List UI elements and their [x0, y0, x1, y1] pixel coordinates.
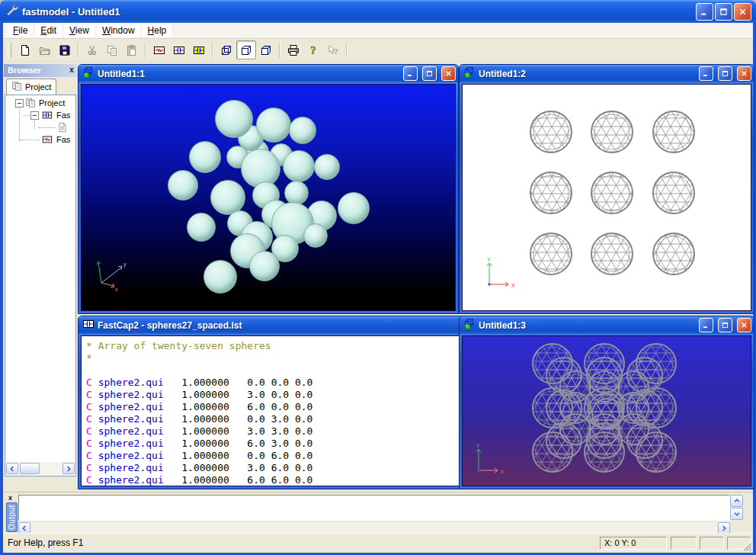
toolbar-button-cut[interactable] [82, 40, 102, 59]
window2-maximize-button[interactable] [718, 66, 732, 81]
sphere [314, 154, 340, 180]
toolbar-separator [78, 43, 79, 58]
sphere [249, 251, 280, 281]
tree-hscrollbar[interactable] [6, 462, 75, 475]
project-tab-icon [11, 81, 22, 93]
tab-project[interactable]: Project [6, 79, 56, 95]
toolbar-button-fastcap-active[interactable] [189, 40, 209, 59]
project-tab-label: Project [25, 82, 51, 91]
window2-minimize-button[interactable] [699, 66, 713, 81]
toolbar-button-help[interactable]: ? [303, 40, 323, 59]
tree-collapse-icon[interactable] [15, 99, 24, 107]
menu-item-help[interactable]: Help [143, 24, 172, 37]
menu-item-window[interactable]: Window [97, 24, 140, 37]
svg-text:x: x [501, 469, 504, 474]
svg-text:x: x [115, 287, 118, 292]
window3-title-bar[interactable]: Untitled1:3 [460, 316, 754, 334]
status-bar: For Help, press F1 X: 0 Y: 0 [3, 533, 753, 553]
scrollbar-thumb[interactable] [20, 463, 40, 474]
sphere [256, 107, 291, 143]
output-hscrollbar[interactable] [18, 522, 730, 534]
output-content[interactable] [18, 495, 730, 521]
toolbar-button-paste[interactable] [122, 40, 142, 59]
toolbar-button-fastcap[interactable] [169, 40, 189, 59]
scroll-right-icon[interactable] [718, 522, 730, 534]
toolbar-button-cube-solid[interactable] [236, 40, 256, 59]
tree-item-fas[interactable]: Fas [5, 109, 75, 121]
window3-close-button[interactable] [737, 318, 751, 332]
toolbar-grip[interactable] [8, 43, 11, 58]
toolbar-button-fasthenry[interactable] [149, 40, 169, 59]
window2-close-button[interactable] [737, 66, 751, 81]
toolbar-button-cube-wireframe[interactable] [216, 40, 236, 59]
maximize-button[interactable] [715, 3, 732, 21]
wireframe-viewport-2[interactable]: YX [462, 84, 751, 311]
svg-text:y: y [123, 261, 127, 268]
toolbar-button-copy[interactable] [102, 40, 122, 59]
svg-text:?: ? [335, 47, 338, 55]
window3-maximize-button[interactable] [718, 318, 732, 332]
toolbar-separator [145, 43, 146, 58]
sphere [338, 192, 370, 224]
app-wrench-icon [5, 3, 18, 20]
toolbar-button-context-help[interactable]: ? [323, 40, 343, 59]
menu-item-edit[interactable]: Edit [35, 24, 62, 37]
menu-item-file[interactable]: File [8, 24, 33, 37]
scroll-left-icon[interactable] [6, 463, 18, 474]
output-tab[interactable]: Output [6, 502, 18, 532]
window1-title-bar[interactable]: Untitled1:1 [78, 65, 458, 82]
tree-item-fas[interactable]: Fas [5, 133, 75, 146]
toolbar-button-new[interactable] [15, 40, 35, 59]
wireframe-viewport-3[interactable]: Yx [462, 335, 751, 486]
toolbar-button-save[interactable] [55, 40, 75, 59]
output-panel: x Output [3, 492, 753, 534]
tree-item-document[interactable] [5, 121, 75, 133]
browser-header[interactable]: Browser x [4, 64, 77, 77]
child-window-3[interactable]: Untitled1:3 Yx [459, 316, 754, 489]
window2-title: Untitled1:2 [479, 69, 694, 79]
scroll-down-icon[interactable] [730, 508, 743, 520]
model-window-icon [82, 66, 94, 81]
sphere [203, 260, 237, 294]
resize-grip[interactable] [742, 542, 752, 552]
output-close-icon[interactable]: x [8, 494, 12, 502]
window1-title: Untitled1:1 [98, 69, 399, 79]
window1-close-button[interactable] [441, 66, 456, 81]
browser-panel: Browser x Project ProjectFasFas [3, 62, 78, 492]
child-window-2[interactable]: Untitled1:2 YX [459, 64, 754, 314]
toolbar-button-open[interactable] [35, 40, 55, 59]
toolbar-button-cube-shaded[interactable] [256, 40, 276, 59]
tree-item-label: Fas [56, 109, 70, 121]
svg-text:X: X [511, 283, 515, 288]
output-vscrollbar[interactable] [730, 495, 743, 521]
minimize-button[interactable] [696, 3, 713, 21]
toolbar: ?? [3, 39, 753, 62]
window1-maximize-button[interactable] [422, 66, 437, 81]
scroll-up-icon[interactable] [730, 495, 743, 507]
window2-title-bar[interactable]: Untitled1:2 [460, 65, 754, 82]
tree-item-project[interactable]: Project [5, 97, 75, 109]
tree-collapse-icon[interactable] [30, 111, 39, 120]
scroll-right-icon[interactable] [62, 463, 75, 474]
scroll-left-icon[interactable] [18, 522, 30, 534]
title-bar[interactable]: fastmodel - Untitled1 [0, 0, 756, 23]
status-pane-1 [671, 537, 697, 550]
sphere [168, 170, 198, 201]
sphere [215, 100, 253, 138]
status-pane-2 [700, 537, 724, 550]
shaded-spheres-viewport[interactable]: yx [81, 84, 456, 311]
toolbar-button-print[interactable] [284, 40, 303, 59]
window3-minimize-button[interactable] [699, 318, 713, 332]
child-window-1[interactable]: Untitled1:1 yx [78, 64, 459, 314]
svg-text:Y: Y [487, 257, 491, 262]
status-help-text: For Help, press F1 [8, 537, 83, 548]
browser-close-icon[interactable]: x [66, 64, 77, 77]
close-button[interactable] [734, 3, 751, 21]
menu-item-view[interactable]: View [64, 24, 94, 37]
window1-minimize-button[interactable] [403, 66, 418, 81]
axis-triad: yx [94, 255, 130, 295]
tree-item-label: Fas [56, 133, 70, 146]
project-tree[interactable]: ProjectFasFas [5, 95, 76, 476]
browser-header-title: Browser [8, 64, 41, 77]
document-icon [57, 122, 68, 133]
